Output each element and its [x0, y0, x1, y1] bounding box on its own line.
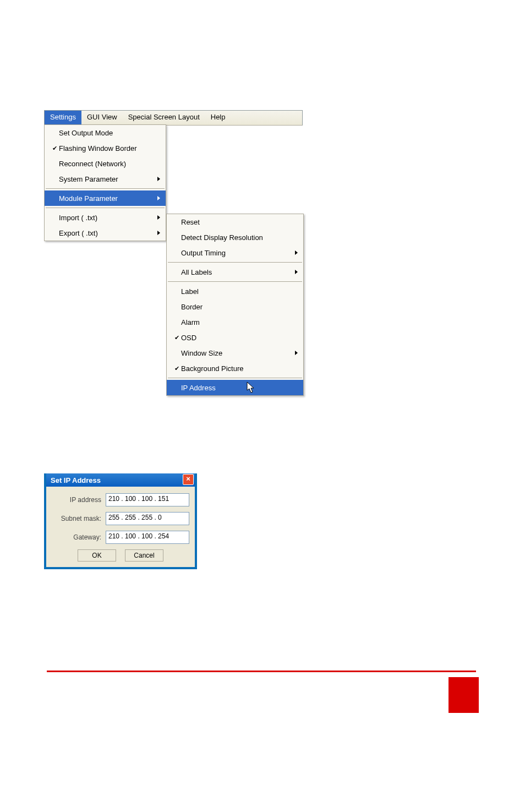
mi-label[interactable]: Label [167, 284, 303, 299]
mi-alarm[interactable]: Alarm [167, 314, 303, 330]
menu-separator [46, 208, 165, 208]
row-subnet-mask: Subnet mask: 255 . 255 . 255 . 0 [52, 512, 189, 525]
mi-background-picture[interactable]: Background Picture [167, 361, 303, 376]
label-subnet-mask: Subnet mask: [52, 515, 106, 522]
menu-help[interactable]: Help [205, 111, 231, 125]
mi-label: Label [181, 287, 290, 296]
submenu-arrow-icon [152, 196, 160, 200]
label-ip-address: IP address [52, 496, 106, 504]
submenu-arrow-icon [152, 177, 160, 181]
mi-label: Set Output Mode [59, 129, 152, 137]
mi-border[interactable]: Border [167, 299, 303, 314]
dialog-title: Set IP Address [51, 476, 101, 484]
subnet-mask-field[interactable]: 255 . 255 . 255 . 0 [106, 512, 189, 525]
mi-label: Border [181, 303, 290, 311]
menu-gui-view[interactable]: GUI View [81, 111, 123, 125]
menu-area: Settings GUI View Special Screen Layout … [44, 110, 303, 126]
mi-module-parameter[interactable]: Module Parameter [45, 190, 166, 206]
mi-label: Reset [181, 218, 290, 226]
row-ip-address: IP address 210 . 100 . 100 . 151 [52, 493, 189, 506]
dialog-titlebar: Set IP Address × [46, 473, 195, 487]
gateway-field[interactable]: 210 . 100 . 100 . 254 [106, 531, 189, 544]
mi-reconnect-network[interactable]: Reconnect (Network) [45, 156, 166, 171]
check-icon [172, 365, 181, 372]
submenu-arrow-icon [290, 250, 298, 255]
label-gateway: Gateway: [52, 533, 106, 541]
mi-detect-display-resolution[interactable]: Detect Display Resolution [167, 230, 303, 245]
footer-block [449, 677, 479, 713]
mi-label: Import ( .txt) [59, 214, 152, 222]
mi-set-output-mode[interactable]: Set Output Mode [45, 125, 166, 140]
close-button[interactable]: × [183, 474, 194, 485]
mi-label: Flashing Window Border [59, 144, 152, 152]
mi-label: Module Parameter [59, 194, 152, 203]
mi-output-timing[interactable]: Output Timing [167, 245, 303, 260]
menu-separator [46, 188, 165, 189]
mi-ip-address[interactable]: IP Address [167, 380, 303, 395]
mi-reset[interactable]: Reset [167, 214, 303, 230]
mi-all-labels[interactable]: All Labels [167, 264, 303, 280]
submenu-arrow-icon [152, 231, 160, 235]
settings-dropdown: Set Output Mode Flashing Window Border R… [44, 124, 166, 241]
menu-settings[interactable]: Settings [45, 111, 81, 125]
footer-divider [47, 671, 476, 672]
submenu-arrow-icon [152, 215, 160, 220]
submenu-arrow-icon [290, 351, 298, 355]
mi-label: IP Address [181, 384, 290, 392]
mi-import-txt[interactable]: Import ( .txt) [45, 210, 166, 225]
mi-flashing-window-border[interactable]: Flashing Window Border [45, 140, 166, 156]
menubar: Settings GUI View Special Screen Layout … [44, 110, 303, 126]
module-parameter-submenu: Reset Detect Display Resolution Output T… [166, 214, 304, 396]
submenu-arrow-icon [290, 270, 298, 274]
menu-separator [168, 262, 302, 263]
mi-label: Background Picture [181, 364, 290, 373]
ip-address-field[interactable]: 210 . 100 . 100 . 151 [106, 493, 189, 506]
row-gateway: Gateway: 210 . 100 . 100 . 254 [52, 531, 189, 544]
mi-system-parameter[interactable]: System Parameter [45, 171, 166, 187]
mi-label: Detect Display Resolution [181, 233, 290, 242]
mi-osd[interactable]: OSD [167, 330, 303, 345]
mi-label: OSD [181, 334, 290, 342]
mi-export-txt[interactable]: Export ( .txt) [45, 225, 166, 241]
mi-label: Reconnect (Network) [59, 160, 152, 168]
cancel-button[interactable]: Cancel [125, 549, 163, 562]
menu-separator [168, 281, 302, 282]
mi-label: All Labels [181, 268, 290, 276]
ok-button[interactable]: OK [78, 549, 116, 562]
menu-separator [168, 378, 302, 378]
menu-special-screen-layout[interactable]: Special Screen Layout [123, 111, 205, 125]
mi-label: System Parameter [59, 175, 152, 183]
mi-window-size[interactable]: Window Size [167, 345, 303, 361]
check-icon [172, 334, 181, 341]
mi-label: Output Timing [181, 249, 290, 257]
mi-label: Export ( .txt) [59, 229, 152, 237]
check-icon [50, 145, 59, 152]
set-ip-address-dialog: Set IP Address × IP address 210 . 100 . … [44, 473, 197, 569]
mi-label: Window Size [181, 349, 290, 357]
mi-label: Alarm [181, 318, 290, 326]
